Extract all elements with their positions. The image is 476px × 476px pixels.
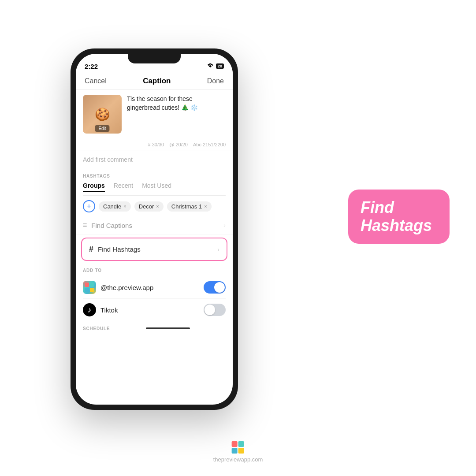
status-icons: 28 <box>207 63 224 70</box>
wifi-icon <box>207 63 214 70</box>
find-captions-chevron: › <box>223 222 226 229</box>
home-indicator <box>146 327 190 329</box>
add-to-preview: @the.preview.app <box>83 276 226 299</box>
tiktok-toggle[interactable] <box>204 304 226 316</box>
notch <box>128 54 181 63</box>
footer-website: thepreviewapp.com <box>213 456 263 463</box>
preview-toggle[interactable] <box>204 281 226 294</box>
nav-bar: Cancel Caption Done <box>76 73 233 89</box>
toggle-circle-tiktok <box>205 305 215 315</box>
cancel-button[interactable]: Cancel <box>85 77 107 85</box>
add-to-preview-left: @the.preview.app <box>83 281 153 294</box>
tab-most-used[interactable]: Most Used <box>142 182 171 192</box>
tag-chip-candle-label: Candle <box>103 203 121 210</box>
comment-placeholder: Add first comment <box>83 156 133 163</box>
add-to-section: ADD TO @the.preview.app <box>76 264 233 321</box>
find-captions-label: Find Captions <box>91 222 132 229</box>
find-hashtags-bubble: Find Hashtags <box>348 190 450 244</box>
hashtag-count: # 30/30 <box>148 142 164 147</box>
preview-app-icon <box>83 281 96 294</box>
logo-cell-3 <box>232 448 238 454</box>
tag-chip-christmas[interactable]: Christmas 1 × <box>167 201 212 212</box>
svg-rect-3 <box>90 288 94 292</box>
find-hashtags-row[interactable]: # Find Hashtags › <box>81 238 227 261</box>
schedule-row: SCHEDULE <box>76 321 233 335</box>
tag-chip-decor-label: Decor <box>139 203 154 210</box>
add-to-label: ADD TO <box>83 268 226 273</box>
bottom-logo: thepreviewapp.com <box>213 441 263 463</box>
bubble-line1: Find <box>361 198 437 216</box>
page-wrapper: 2:22 28 Cancel Caption Done 🍪 <box>0 0 476 476</box>
status-time: 2:22 <box>85 63 98 70</box>
comment-field[interactable]: Add first comment <box>76 150 233 169</box>
stats-bar: # 30/30 @ 20/20 Abc 2151/2200 <box>76 139 233 150</box>
preview-app-name: @the.preview.app <box>100 284 153 291</box>
done-button[interactable]: Done <box>207 77 224 85</box>
svg-rect-0 <box>85 283 89 287</box>
logo-cell-1 <box>232 441 238 447</box>
hashtags-label: HASHTAGS <box>83 174 226 178</box>
caption-area: 🍪 Edit Tis the season for these gingerbr… <box>76 89 233 139</box>
find-hashtags-label: Find Hashtags <box>98 245 141 253</box>
tag-chip-decor[interactable]: Decor × <box>134 201 164 212</box>
find-hashtags-chevron: › <box>217 246 219 253</box>
tiktok-icon-symbol: ♪ <box>88 305 92 315</box>
phone-screen: 2:22 28 Cancel Caption Done 🍪 <box>76 54 233 405</box>
nav-title: Caption <box>143 77 171 86</box>
add-to-tiktok-left: ♪ Tiktok <box>83 303 118 316</box>
preview-app-logo <box>85 283 94 292</box>
find-captions-icon: ≡ <box>83 221 87 229</box>
caption-thumbnail[interactable]: 🍪 Edit <box>83 95 122 134</box>
logo-grid <box>232 441 244 454</box>
tab-groups[interactable]: Groups <box>83 182 105 192</box>
battery-badge: 28 <box>216 63 224 69</box>
edit-overlay[interactable]: Edit <box>95 125 109 132</box>
toggle-circle-preview <box>214 282 225 293</box>
find-hashtags-icon: # <box>89 245 93 254</box>
tags-row: + Candle × Decor × Christmas 1 × <box>83 200 226 212</box>
tiktok-app-name: Tiktok <box>100 306 118 314</box>
phone-shell: 2:22 28 Cancel Caption Done 🍪 <box>71 48 238 410</box>
bubble-line2: Hashtags <box>361 216 437 234</box>
hashtags-tabs: Groups Recent Most Used <box>83 182 226 196</box>
tab-recent[interactable]: Recent <box>114 182 133 192</box>
tag-chip-candle[interactable]: Candle × <box>99 201 131 212</box>
logo-cell-4 <box>238 448 244 454</box>
tag-chip-candle-remove[interactable]: × <box>123 204 126 209</box>
schedule-label: SCHEDULE <box>83 326 110 331</box>
add-to-tiktok: ♪ Tiktok <box>83 299 226 321</box>
find-captions-left: ≡ Find Captions <box>83 221 132 229</box>
tag-chip-christmas-label: Christmas 1 <box>171 203 202 210</box>
find-captions-row[interactable]: ≡ Find Captions › <box>76 216 233 235</box>
hashtags-section: HASHTAGS Groups Recent Most Used + Candl… <box>76 169 233 212</box>
tiktok-app-icon: ♪ <box>83 303 96 316</box>
add-tag-button[interactable]: + <box>83 200 95 212</box>
svg-rect-1 <box>90 283 94 287</box>
logo-cell-2 <box>238 441 244 447</box>
tag-chip-christmas-remove[interactable]: × <box>204 204 207 209</box>
mention-count: @ 20/20 <box>169 142 188 147</box>
svg-rect-2 <box>85 288 89 292</box>
status-bar: 2:22 28 <box>76 54 233 73</box>
tag-chip-decor-remove[interactable]: × <box>156 204 159 209</box>
caption-text[interactable]: Tis the season for these gingerbread cut… <box>127 95 226 134</box>
char-count: Abc 2151/2200 <box>193 142 226 147</box>
find-hashtags-left: # Find Hashtags <box>89 245 141 254</box>
